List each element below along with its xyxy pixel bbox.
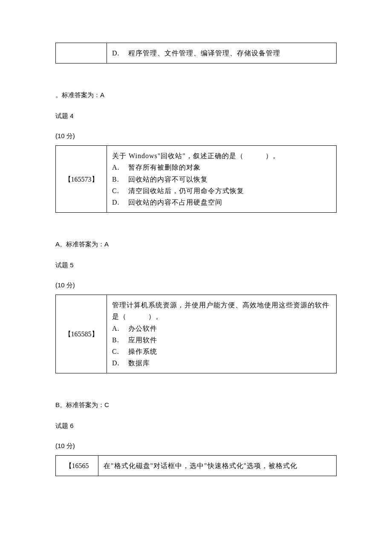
option-label: B.	[112, 334, 128, 346]
question-3-table: D.程序管理、文件管理、编译管理、存储设备管理	[55, 43, 337, 64]
question-4-table: 【165573】 关于 Windows"回收站"，叙述正确的是（ ）。 A.暂存…	[55, 145, 337, 213]
question-id-cell	[56, 43, 107, 64]
option-text: 应用软件	[128, 336, 157, 344]
question-id-cell: 【165573】	[56, 146, 107, 213]
question-id-cell: 【165585】	[56, 295, 107, 373]
option-label: D.	[112, 357, 128, 369]
option-label: A.	[112, 323, 128, 334]
question-label: 试题 4	[55, 112, 337, 120]
question-content-cell: 在"格式化磁盘"对话框中，选中"快速格式化"选项，被格式化	[98, 456, 337, 476]
option-d: D.数据库	[112, 357, 331, 369]
option-label: D.	[112, 47, 128, 59]
question-stem: 在"格式化磁盘"对话框中，选中"快速格式化"选项，被格式化	[104, 460, 331, 471]
option-c: C.清空回收站后，仍可用命令方式恢复	[112, 185, 331, 197]
question-content-cell: 管理计算机系统资源，并使用户能方便、高效地使用这些资源的软件是（ ）。 A.办公…	[107, 295, 337, 373]
table-row: 【165585】 管理计算机系统资源，并使用户能方便、高效地使用这些资源的软件是…	[56, 295, 337, 373]
table-row: 【165573】 关于 Windows"回收站"，叙述正确的是（ ）。 A.暂存…	[56, 146, 337, 213]
option-text: 回收站的内容不占用硬盘空间	[128, 199, 222, 206]
question-label: 试题 6	[55, 422, 337, 430]
points-label: (10 分)	[55, 132, 337, 140]
option-label: A.	[112, 162, 128, 173]
option-text: 操作系统	[128, 348, 157, 355]
question-6-table: 【16565 在"格式化磁盘"对话框中，选中"快速格式化"选项，被格式化	[55, 455, 337, 476]
option-b: B.回收站的内容不可以恢复	[112, 173, 331, 185]
question-5-table: 【165585】 管理计算机系统资源，并使用户能方便、高效地使用这些资源的软件是…	[55, 295, 337, 373]
option-label: B.	[112, 173, 128, 185]
points-label: (10 分)	[55, 442, 337, 450]
option-text: 办公软件	[128, 325, 157, 332]
option-text: 回收站的内容不可以恢复	[128, 176, 208, 183]
option-b: B.应用软件	[112, 334, 331, 346]
option-d: D.程序管理、文件管理、编译管理、存储设备管理	[112, 47, 331, 59]
question-stem: 关于 Windows"回收站"，叙述正确的是（ ）。	[112, 150, 331, 162]
option-text: 程序管理、文件管理、编译管理、存储设备管理	[128, 49, 280, 57]
option-a: A.暂存所有被删除的对象	[112, 162, 331, 173]
table-row: 【16565 在"格式化磁盘"对话框中，选中"快速格式化"选项，被格式化	[56, 456, 337, 476]
question-content-cell: D.程序管理、文件管理、编译管理、存储设备管理	[107, 43, 337, 64]
option-label: C.	[112, 346, 128, 357]
answer-text: B。标准答案为：C	[55, 401, 337, 409]
option-text: 暂存所有被删除的对象	[128, 164, 201, 171]
option-c: C.操作系统	[112, 346, 331, 357]
question-content-cell: 关于 Windows"回收站"，叙述正确的是（ ）。 A.暂存所有被删除的对象 …	[107, 146, 337, 213]
question-label: 试题 5	[55, 261, 337, 269]
option-label: D.	[112, 197, 128, 208]
option-a: A.办公软件	[112, 323, 331, 334]
question-id-cell: 【16565	[56, 456, 98, 476]
question-stem: 管理计算机系统资源，并使用户能方便、高效地使用这些资源的软件是（ ）。	[112, 299, 331, 322]
option-label: C.	[112, 185, 128, 197]
table-row: D.程序管理、文件管理、编译管理、存储设备管理	[56, 43, 337, 64]
option-text: 数据库	[128, 359, 150, 367]
answer-text: A。标准答案为：A	[55, 240, 337, 249]
answer-text: 。标准答案为：A	[55, 91, 337, 99]
points-label: (10 分)	[55, 281, 337, 289]
option-text: 清空回收站后，仍可用命令方式恢复	[128, 187, 244, 194]
option-d: D.回收站的内容不占用硬盘空间	[112, 197, 331, 208]
